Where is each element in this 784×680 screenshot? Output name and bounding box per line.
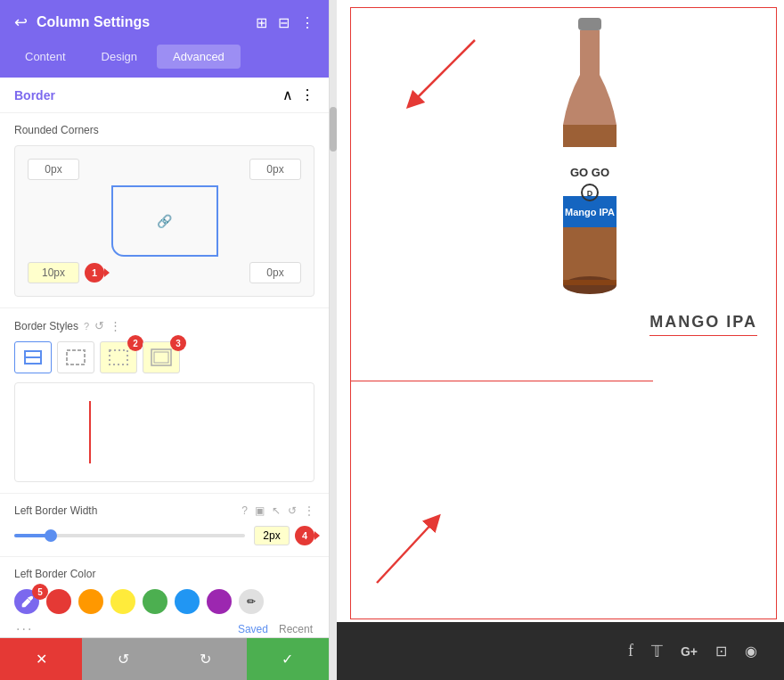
slider-row: 2px 4 <box>14 526 314 545</box>
redo-button[interactable]: ↻ <box>165 638 247 680</box>
arrow-bottom-left <box>368 512 448 595</box>
color-swatch-red[interactable] <box>46 589 71 614</box>
more-dots-button[interactable]: ··· <box>16 621 33 637</box>
color-swatch-yellow[interactable] <box>110 589 135 614</box>
badge-1: 1 <box>85 263 104 283</box>
svg-text:GO GO: GO GO <box>570 166 609 179</box>
slider-cursor[interactable]: ↖ <box>272 504 281 517</box>
border-preview <box>14 382 314 482</box>
slider-device[interactable]: ▣ <box>255 504 265 517</box>
svg-line-10 <box>412 40 475 102</box>
top-right-input[interactable] <box>249 159 301 180</box>
section-more-icon[interactable]: ⋮ <box>300 86 314 103</box>
color-edit-button[interactable]: ✏ <box>239 589 264 614</box>
maximize-icon[interactable]: ⊞ <box>256 14 267 31</box>
corner-preview: 🔗 <box>111 185 218 257</box>
svg-line-11 <box>377 520 435 583</box>
slider-more[interactable]: ⋮ <box>304 504 314 517</box>
border-style-buttons: 2 3 <box>14 341 314 373</box>
arrow-top-right <box>404 36 484 119</box>
slider-undo[interactable]: ↺ <box>288 504 297 517</box>
settings-panel: ↩ Column Settings ⊞ ⊟ ⋮ Content Design A… <box>0 0 330 680</box>
facebook-icon[interactable]: f <box>628 642 633 660</box>
svg-text:D: D <box>587 189 593 198</box>
recent-link[interactable]: Recent <box>279 623 313 635</box>
twitter-icon[interactable]: 𝕋 <box>651 642 663 661</box>
top-left-input[interactable] <box>28 159 79 180</box>
svg-rect-12 <box>578 18 601 30</box>
border-styles-undo[interactable]: ↺ <box>94 319 104 332</box>
corners-middle-row: 🔗 <box>28 185 301 257</box>
corners-bottom-row: 1 <box>28 262 301 283</box>
tab-bar: Content Design Advanced <box>0 45 329 78</box>
saved-row: ··· Saved Recent <box>14 621 314 637</box>
border-styles-more[interactable]: ⋮ <box>110 319 121 332</box>
border-style-double[interactable]: 3 <box>143 341 180 373</box>
svg-rect-5 <box>67 350 85 365</box>
bottom-right-input[interactable] <box>249 262 301 283</box>
svg-rect-13 <box>580 30 600 75</box>
border-styles-label: Border Styles <box>14 320 78 332</box>
corners-top-row <box>28 159 301 180</box>
border-title: Border <box>14 88 55 102</box>
border-styles-section: Border Styles ? ↺ ⋮ 2 <box>0 308 329 494</box>
svg-rect-8 <box>154 352 168 363</box>
color-swatches: 5 ✏ <box>14 589 314 614</box>
scrollbar-thumb[interactable] <box>330 107 337 152</box>
left-border-color-label: Left Border Color <box>14 568 314 580</box>
rss-icon[interactable]: ◉ <box>745 643 757 660</box>
badge-5: 5 <box>32 584 48 600</box>
link-icon[interactable]: 🔗 <box>157 214 172 228</box>
split-icon[interactable]: ⊟ <box>278 14 290 31</box>
badge-4: 4 <box>295 526 314 545</box>
undo-button[interactable]: ↺ <box>82 638 164 680</box>
slider-value[interactable]: 2px <box>254 526 290 545</box>
border-styles-header: Border Styles ? ↺ ⋮ <box>14 319 314 332</box>
collapse-icon[interactable]: ∧ <box>282 86 293 103</box>
border-style-solid[interactable] <box>14 341 52 373</box>
more-icon[interactable]: ⋮ <box>300 14 314 31</box>
saved-link[interactable]: Saved <box>238 623 268 635</box>
left-border-width-label: Left Border Width <box>14 504 97 517</box>
section-header-icons: ∧ ⋮ <box>282 86 314 103</box>
slider-thumb[interactable] <box>45 529 57 542</box>
svg-rect-6 <box>110 350 127 365</box>
instagram-icon[interactable]: ⊡ <box>715 643 727 660</box>
slider-help[interactable]: ? <box>241 504 248 517</box>
bottom-left-input[interactable] <box>28 262 79 283</box>
googleplus-icon[interactable]: G+ <box>681 644 698 659</box>
svg-rect-4 <box>40 350 42 365</box>
badge-3: 3 <box>170 335 186 351</box>
border-section-header: Border ∧ ⋮ <box>0 78 329 113</box>
slider-label-row: Left Border Width ? ▣ ↖ ↺ ⋮ <box>14 504 314 517</box>
slider-track[interactable] <box>14 534 245 537</box>
badge-2: 2 <box>127 335 143 351</box>
svg-rect-2 <box>24 363 42 365</box>
right-panel: GO GO D Mango IPA MANGO IPA f 𝕋 G+ ⊡ ◉ <box>337 0 784 680</box>
saved-recent-links: Saved Recent <box>238 623 313 635</box>
svg-text:Mango IPA: Mango IPA <box>565 207 615 217</box>
svg-rect-1 <box>24 350 42 352</box>
rounded-corners-label: Rounded Corners <box>14 124 314 136</box>
color-swatch-orange[interactable] <box>78 589 103 614</box>
border-style-dotted[interactable]: 2 <box>100 341 137 373</box>
color-swatch-purple[interactable] <box>207 589 232 614</box>
panel-title: Column Settings <box>37 14 247 30</box>
border-style-dashed[interactable] <box>57 341 94 373</box>
border-styles-help[interactable]: ? <box>84 321 89 332</box>
left-border-color-section: Left Border Color 5 ✏ ··· <box>0 557 329 637</box>
save-button[interactable]: ✓ <box>247 638 329 680</box>
panel-header: ↩ Column Settings ⊞ ⊟ ⋮ <box>0 0 329 45</box>
svg-rect-3 <box>24 350 26 365</box>
back-button[interactable]: ↩ <box>14 12 28 32</box>
scrollbar[interactable] <box>330 0 337 680</box>
svg-rect-0 <box>24 356 42 358</box>
slider-icons: ? ▣ ↖ ↺ ⋮ <box>241 504 314 517</box>
corners-container: 🔗 1 <box>14 145 314 297</box>
tab-advanced[interactable]: Advanced <box>157 45 241 69</box>
color-swatch-blue[interactable] <box>175 589 200 614</box>
cancel-button[interactable]: ✕ <box>0 638 82 680</box>
color-swatch-green[interactable] <box>143 589 167 614</box>
tab-content[interactable]: Content <box>9 45 82 69</box>
tab-design[interactable]: Design <box>86 45 153 69</box>
